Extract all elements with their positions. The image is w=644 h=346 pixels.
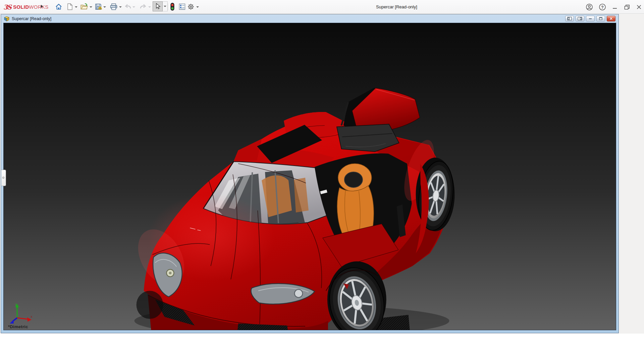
mdi-background (619, 14, 644, 334)
supercar-model (4, 23, 616, 330)
document-close-button[interactable]: ✕ (607, 16, 615, 21)
document-window-controls: ✕ (565, 16, 616, 21)
options-button[interactable] (186, 2, 195, 11)
close-icon (635, 3, 643, 11)
file-properties-icon (178, 3, 186, 10)
document-titlebar[interactable]: Supercar [Read-only] (3, 14, 616, 23)
home-icon (55, 3, 62, 10)
document-title: Supercar [Read-only] (12, 16, 51, 21)
document-restore-button[interactable] (596, 16, 605, 21)
rebuild-button[interactable] (168, 2, 177, 11)
save-button[interactable] (94, 2, 103, 11)
gear-icon (187, 3, 195, 10)
help-icon: ? (599, 3, 606, 11)
new-document-button[interactable] (65, 2, 74, 11)
part-document-icon (4, 16, 10, 21)
user-account-icon (586, 3, 593, 11)
document-minimize-icon (588, 17, 593, 20)
select-cursor-icon (155, 3, 161, 10)
brand-text-solid: SOLID (13, 4, 29, 10)
document-restore-icon (598, 17, 603, 20)
viewport-3d[interactable]: y x *Dimetric (3, 23, 616, 330)
left-pane-icon (567, 17, 572, 20)
feature-panel-flyout-tab[interactable] (1, 170, 6, 186)
triad-x-label: x (31, 314, 33, 319)
new-document-icon (66, 3, 73, 10)
show-right-pane-button[interactable] (576, 16, 584, 21)
file-properties-button[interactable] (178, 2, 186, 11)
document-close-glyph: ✕ (609, 16, 613, 21)
document-window: Supercar [Read-only] (1, 14, 619, 333)
print-icon (110, 3, 118, 10)
restore-icon (623, 3, 631, 11)
solidworks-logo-mark: 3 S (3, 3, 12, 11)
svg-text:?: ? (601, 5, 603, 10)
undo-dropdown[interactable] (132, 6, 136, 8)
undo-button[interactable] (124, 2, 132, 11)
svg-text:S: S (7, 3, 12, 11)
redo-button[interactable] (139, 2, 147, 11)
save-icon (95, 3, 102, 10)
options-dropdown[interactable] (196, 6, 199, 8)
orientation-triad: y x (9, 302, 34, 325)
open-icon (80, 3, 88, 10)
select-tool-dropdown[interactable] (163, 1, 168, 11)
show-left-pane-button[interactable] (565, 16, 574, 21)
flyout-tab-dot (2, 177, 4, 179)
redo-icon (139, 3, 147, 10)
home-button[interactable] (54, 2, 63, 11)
minimize-icon (611, 3, 619, 11)
document-minimize-button[interactable] (586, 16, 595, 21)
right-pane-icon (578, 17, 582, 20)
print-button[interactable] (109, 2, 118, 11)
account-button[interactable] (585, 3, 594, 11)
minimize-button[interactable] (610, 3, 619, 11)
redo-dropdown[interactable] (148, 6, 151, 8)
undo-icon (124, 3, 132, 10)
print-dropdown[interactable] (119, 6, 122, 8)
traffic-light-icon (170, 3, 175, 11)
restore-button[interactable] (623, 3, 631, 11)
open-button[interactable] (80, 2, 89, 11)
triad-y-label: y (15, 302, 17, 306)
window-title: Supercar [Read-only] (376, 4, 417, 9)
save-dropdown[interactable] (103, 6, 106, 8)
brand-text-works: WORKS (29, 4, 48, 10)
open-dropdown[interactable] (89, 6, 93, 8)
view-orientation-label: *Dimetric (8, 324, 28, 329)
toolbar-expand-arrow[interactable] (41, 5, 43, 8)
new-document-dropdown[interactable] (74, 6, 78, 8)
main-toolbar: 3 S SOLIDWORKS (0, 0, 644, 14)
close-button[interactable] (635, 3, 643, 11)
select-tool-group (153, 1, 168, 11)
help-button[interactable]: ? (598, 3, 607, 11)
select-tool-button[interactable] (153, 1, 163, 11)
mdi-area: Supercar [Read-only] (0, 14, 644, 346)
